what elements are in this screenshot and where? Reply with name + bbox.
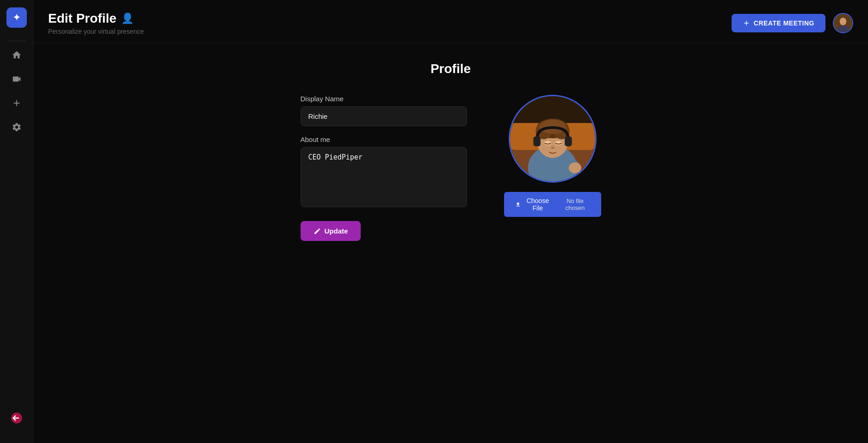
create-meeting-button[interactable]: CREATE MEETING	[732, 14, 825, 32]
profile-avatar-ring	[509, 95, 597, 183]
svg-point-2	[840, 18, 847, 25]
sidebar-item-settings[interactable]	[6, 117, 27, 137]
svg-point-17	[551, 146, 554, 149]
sidebar: ✦	[0, 0, 33, 443]
svg-point-19	[568, 162, 581, 173]
plus-icon	[12, 98, 22, 108]
page-title-text: Edit Profile	[48, 11, 117, 26]
profile-section-title: Profile	[61, 62, 840, 76]
logo-icon: ✦	[12, 12, 21, 24]
sidebar-item-home[interactable]	[6, 45, 27, 65]
sidebar-nav	[6, 45, 27, 408]
logout-icon	[10, 412, 23, 425]
page-subtitle: Personalize your virtual presence	[48, 28, 144, 35]
display-name-input[interactable]	[301, 106, 467, 126]
avatar-section: Choose File No file chosen	[504, 95, 601, 217]
logout-button[interactable]	[6, 408, 27, 428]
svg-rect-13	[533, 136, 540, 146]
display-name-group: Display Name	[301, 95, 467, 126]
no-file-text: No file chosen	[560, 197, 590, 211]
create-meeting-plus-icon	[743, 19, 750, 27]
about-me-group: About me	[301, 135, 467, 207]
upload-icon	[515, 201, 521, 208]
profile-avatar-inner	[510, 96, 595, 181]
about-me-textarea[interactable]	[301, 147, 467, 207]
page-title: Edit Profile 👤	[48, 11, 144, 26]
home-icon	[12, 50, 22, 60]
choose-file-label: Choose File	[524, 197, 551, 212]
choose-file-container: Choose File No file chosen	[504, 192, 601, 217]
update-button-label: Update	[325, 227, 348, 235]
video-icon	[12, 74, 22, 84]
main-content: Edit Profile 👤 Personalize your virtual …	[33, 0, 868, 443]
profile-form-area: Display Name About me Update	[243, 95, 659, 241]
update-button[interactable]: Update	[301, 221, 361, 241]
app-logo[interactable]: ✦	[6, 7, 27, 28]
sidebar-item-create[interactable]	[6, 93, 27, 113]
create-meeting-label: CREATE MEETING	[754, 19, 814, 27]
profile-icon: 👤	[121, 12, 134, 25]
choose-file-button[interactable]: Choose File No file chosen	[504, 192, 601, 217]
display-name-label: Display Name	[301, 95, 467, 103]
about-me-label: About me	[301, 135, 467, 143]
sidebar-bottom	[6, 408, 27, 436]
pencil-icon	[314, 228, 321, 235]
page-header: Edit Profile 👤 Personalize your virtual …	[33, 0, 868, 43]
sidebar-divider	[7, 41, 26, 41]
avatar-svg-header	[834, 13, 852, 33]
header-left: Edit Profile 👤 Personalize your virtual …	[48, 11, 144, 35]
sidebar-item-meetings[interactable]	[6, 69, 27, 89]
svg-rect-14	[565, 136, 572, 146]
avatar-scene-svg	[510, 96, 595, 181]
avatar-image-header	[834, 14, 852, 32]
page-content: Profile Display Name About me Update	[33, 43, 868, 443]
user-avatar-header[interactable]	[833, 13, 853, 33]
form-section: Display Name About me Update	[301, 95, 467, 241]
settings-icon	[12, 122, 22, 132]
header-right: CREATE MEETING	[732, 13, 853, 33]
